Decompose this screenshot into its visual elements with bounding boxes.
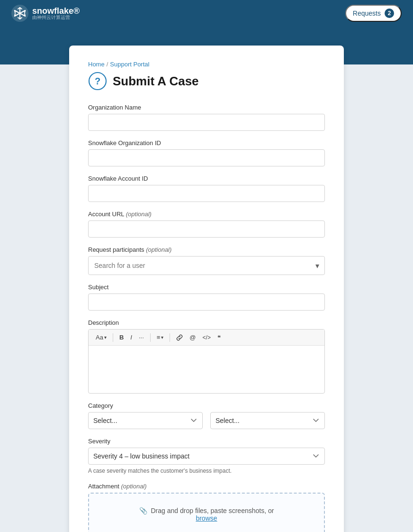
sf-org-id-label: Snowflake Organization ID [88,139,325,147]
search-user-wrap: ▾ [88,256,325,275]
category-select1[interactable]: Select... [88,412,203,429]
category-label: Category [88,402,325,409]
description-body[interactable] [89,346,324,393]
requests-label: Requests [353,9,381,17]
category-select2-wrap: Select... [210,412,325,429]
toolbar-italic-btn[interactable]: I [128,332,135,342]
toolbar-sep-3 [170,333,170,342]
subject-group: Subject [88,284,325,311]
search-user-input[interactable] [88,256,325,275]
toolbar-quote-btn[interactable]: ❝ [215,332,223,342]
toolbar-bold-btn[interactable]: B [117,332,126,342]
request-participants-label: Request participants (optional) [88,246,325,253]
subject-label: Subject [88,284,325,291]
logo-subtitle: 由神州云计算运营 [32,15,80,20]
org-name-group: Organization Name [88,104,325,131]
sf-org-id-group: Snowflake Organization ID [88,139,325,166]
toolbar-sep-2 [150,333,151,342]
category-row: Select... Select... [88,412,325,429]
category-group: Category Select... Select... [88,402,325,429]
sf-account-id-group: Snowflake Account ID [88,175,325,202]
breadcrumb-sep: / [107,61,108,68]
logo: snowflake® 由神州云计算运营 [11,5,80,22]
attachment-label: Attachment (optional) [88,483,325,490]
toolbar-list-btn[interactable]: ≡ ▾ [154,332,166,342]
category-select2[interactable]: Select... [210,412,325,429]
sf-org-id-input[interactable] [88,149,325,166]
app-header: snowflake® 由神州云计算运营 Requests 2 [0,0,413,27]
paperclip-icon: 📎 [139,507,147,514]
toolbar-mention-btn[interactable]: @ [187,332,198,342]
severity-select-wrap: Severity 4 – low business impact Severit… [88,448,325,465]
page-title: Submit A Case [113,74,199,89]
editor-toolbar: Aa ▾ B I ··· ≡ ▾ [89,330,324,346]
snowflake-logo-icon [11,5,28,22]
description-label: Description [88,319,325,326]
account-url-label: Account URL (optional) [88,211,325,218]
attachment-dropzone[interactable]: 📎 Drag and drop files, paste screenshots… [88,493,325,532]
org-name-input[interactable] [88,114,325,131]
page-title-row: ? Submit A Case [88,72,325,91]
attachment-group: Attachment (optional) 📎 Drag and drop fi… [88,483,325,532]
account-url-group: Account URL (optional) [88,211,325,238]
sf-account-id-label: Snowflake Account ID [88,175,325,182]
link-icon [176,334,183,341]
toolbar-link-btn[interactable] [174,333,185,342]
description-group: Description Aa ▾ B I ··· ≡ ▾ [88,319,325,394]
toolbar-sep-1 [113,333,113,342]
sf-account-id-input[interactable] [88,185,325,202]
severity-select[interactable]: Severity 4 – low business impact Severit… [88,448,325,465]
description-editor[interactable]: Aa ▾ B I ··· ≡ ▾ [88,329,325,394]
svg-text:?: ? [95,76,100,86]
breadcrumb: Home / Support Portal [88,61,325,68]
logo-name: snowflake® [32,7,80,15]
requests-count: 2 [385,9,394,18]
org-name-label: Organization Name [88,104,325,111]
breadcrumb-current: Support Portal [110,61,149,68]
toolbar-font-btn[interactable]: Aa ▾ [93,332,109,342]
requests-button[interactable]: Requests 2 [345,5,402,22]
category-select1-wrap: Select... [88,412,203,429]
subject-input[interactable] [88,294,325,311]
attachment-browse-link[interactable]: browse [196,514,217,522]
attachment-text: 📎 Drag and drop files, paste screenshots… [99,507,314,522]
breadcrumb-home[interactable]: Home [88,61,105,68]
question-mark-icon: ? [88,72,107,91]
severity-label: Severity [88,438,325,445]
severity-group: Severity Severity 4 – low business impac… [88,438,325,474]
request-participants-group: Request participants (optional) ▾ [88,246,325,275]
toolbar-more-btn[interactable]: ··· [136,332,146,342]
card-wrapper: Home / Support Portal ? Submit A Case Or… [0,46,413,532]
submit-case-card: Home / Support Portal ? Submit A Case Or… [69,46,344,532]
toolbar-code-btn[interactable]: </> [200,333,213,342]
severity-hint: A case severity matches the customer's b… [88,468,325,474]
account-url-input[interactable] [88,220,325,238]
